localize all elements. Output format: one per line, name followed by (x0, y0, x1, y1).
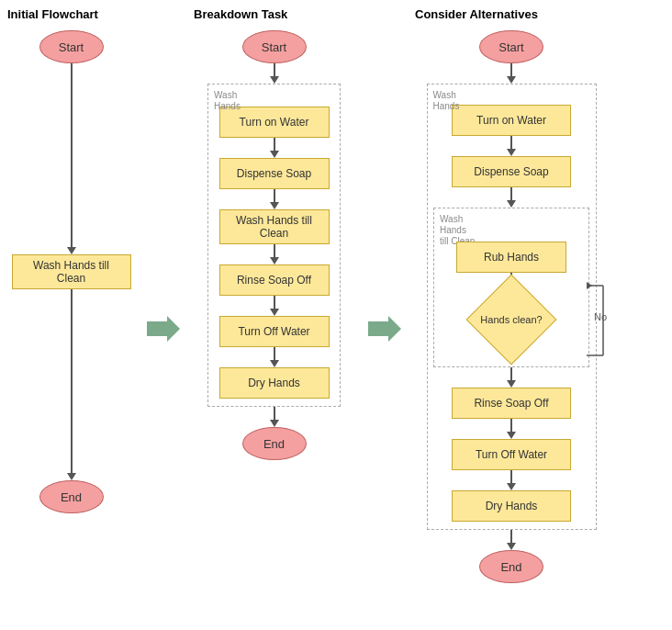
col2: Start Wash Hands Turn on Water Dispense … (185, 30, 364, 583)
col1-end: End (39, 480, 104, 513)
col2-step4: Rinse Soap Off (219, 264, 330, 296)
col1-wash-hands: Wash Hands till Clean (12, 254, 131, 289)
col2-end: End (242, 427, 307, 460)
col3-outer-group: WashHands Turn on Water Dispense Soap Wa… (427, 84, 597, 530)
col2-group: Wash Hands Turn on Water Dispense Soap W… (207, 84, 341, 407)
col1-header: Initial Flowchart (7, 7, 98, 21)
arrow2 (364, 47, 406, 583)
col2-group-label: Wash Hands (214, 90, 241, 112)
col2-step6: Dry Hands (219, 367, 330, 399)
arrow1 (142, 47, 185, 583)
col2-header: Breakdown Task (194, 7, 287, 21)
col3-end: End (479, 550, 543, 583)
col3-step2: Dispense Soap (452, 156, 571, 187)
col3-header: Consider Alternatives (415, 7, 538, 21)
svg-marker-5 (587, 282, 592, 289)
col3-rub-hands: Rub Hands (456, 242, 566, 273)
col2-start: Start (242, 30, 307, 63)
col3: Start WashHands Turn on Water Dispense S… (406, 30, 626, 583)
col2-step2: Dispense Soap (219, 158, 330, 189)
col2-step5: Turn Off Water (219, 316, 330, 347)
col3-loop-arrow (585, 282, 605, 365)
svg-marker-1 (368, 316, 401, 342)
col2-step3: Wash Hands till Clean (219, 209, 330, 244)
col1-connector2 (67, 289, 76, 480)
col3-group1-label: WashHands (433, 90, 460, 112)
col3-start: Start (479, 30, 543, 63)
col1-connector1 (67, 63, 76, 254)
col3-step4: Turn Off Water (452, 439, 571, 470)
col3-diamond-label: Hands clean? (480, 314, 542, 325)
col1: Start Wash Hands till Clean End (0, 30, 142, 583)
col3-step1: Turn on Water (452, 105, 571, 136)
col3-inner-group: WashHandstill Clean Rub Hands Hands clea… (433, 208, 589, 367)
col3-step3: Rinse Soap Off (452, 388, 571, 419)
col3-step5: Dry Hands (452, 490, 571, 522)
svg-marker-0 (147, 316, 180, 342)
col1-start: Start (39, 30, 104, 63)
